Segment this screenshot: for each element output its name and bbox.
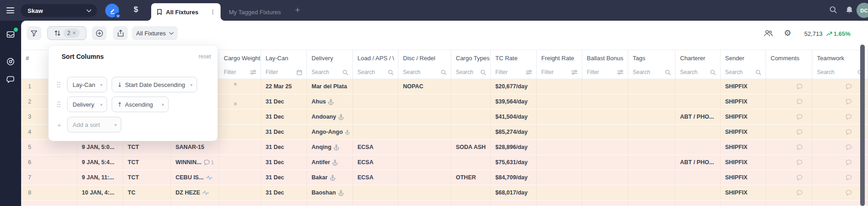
- column-header-disc[interactable]: Disc / Redel: [398, 50, 451, 66]
- comment-bubble-icon[interactable]: [796, 129, 803, 135]
- comment-bubble-icon[interactable]: [845, 144, 852, 150]
- filter-teamwork[interactable]: Search: [812, 65, 868, 79]
- sort-direction-select[interactable]: ↓ Start Date Descending ▾: [112, 77, 197, 92]
- comment-bubble-icon[interactable]: [845, 129, 852, 135]
- comment-bubble-icon[interactable]: [796, 144, 803, 150]
- cell-teamwork[interactable]: [812, 109, 868, 124]
- table-row[interactable]: 79 JAN, 11:...TCTCEBU IS...31 DecBakarEC…: [21, 170, 868, 185]
- comment-bubble-icon[interactable]: [796, 83, 803, 90]
- sort-field-select[interactable]: Lay-Can ▾: [67, 77, 107, 92]
- cell-num: 5: [21, 140, 77, 154]
- column-header-laycan[interactable]: Lay-Can: [261, 50, 307, 66]
- column-header-charterer[interactable]: Charterer: [675, 50, 720, 66]
- people-icon[interactable]: [764, 29, 773, 37]
- table-row[interactable]: 69 JAN, 5:4...TCTWINNIN...131 DecAntifer…: [21, 155, 868, 170]
- filter-button[interactable]: [27, 26, 41, 40]
- add-fixture-button[interactable]: [92, 26, 107, 40]
- column-header-teamwork[interactable]: Teamwork: [812, 50, 868, 66]
- filter-laycan[interactable]: Filter: [261, 65, 307, 79]
- column-header-comments[interactable]: Comments: [766, 50, 812, 66]
- search-icon[interactable]: [829, 6, 837, 14]
- column-header-ballast[interactable]: Ballast Bonus: [582, 50, 628, 66]
- cell-teamwork[interactable]: [812, 170, 868, 185]
- cell-teamwork[interactable]: [812, 125, 868, 139]
- column-header-tags[interactable]: Tags: [628, 50, 675, 66]
- remove-sort-button[interactable]: ×: [233, 80, 237, 88]
- comment-bubble-icon[interactable]: [845, 159, 852, 166]
- cell-comments[interactable]: [766, 125, 812, 139]
- dollar-icon[interactable]: $: [134, 5, 138, 14]
- workspace-selector[interactable]: Skaw: [21, 4, 97, 17]
- filter-tc[interactable]: Filter: [491, 65, 537, 79]
- radar-nav-item[interactable]: [0, 57, 21, 67]
- cell-comments[interactable]: [766, 79, 812, 94]
- view-selector[interactable]: All Fixtures: [132, 26, 178, 40]
- cell-teamwork[interactable]: [812, 140, 868, 154]
- comment-bubble-icon[interactable]: [845, 174, 852, 181]
- cell-comments[interactable]: [766, 94, 812, 109]
- column-header-freight[interactable]: Freight Rate: [537, 50, 582, 66]
- column-header-cargo_weight[interactable]: Cargo Weight: [219, 50, 261, 66]
- bell-icon[interactable]: [845, 6, 853, 14]
- filter-freight[interactable]: Filter: [537, 65, 582, 79]
- cell-comments[interactable]: [766, 155, 812, 170]
- column-header-delivery[interactable]: Delivery: [307, 50, 353, 66]
- table-row-partial[interactable]: [21, 200, 868, 206]
- filter-charterer[interactable]: Search: [675, 65, 720, 79]
- comment-bubble-icon[interactable]: [845, 98, 852, 105]
- sort-button[interactable]: 2 ×: [47, 26, 86, 40]
- tab-menu-icon[interactable]: ⋮: [205, 8, 216, 16]
- column-header-tc[interactable]: TC Rate: [491, 50, 537, 66]
- menu-icon[interactable]: [6, 7, 14, 13]
- remove-sort-button[interactable]: ×: [233, 100, 237, 108]
- column-header-load[interactable]: Load / APS / \: [353, 50, 398, 66]
- compose-button[interactable]: [105, 4, 119, 17]
- add-sort-select[interactable]: Add a sort ▾: [67, 117, 121, 132]
- sort-direction-select[interactable]: ↑ Ascending ▾: [112, 97, 169, 112]
- filter-sender[interactable]: Search: [720, 65, 766, 79]
- filter-cargo_weight[interactable]: Filter: [219, 65, 261, 79]
- cell-comments[interactable]: [766, 185, 812, 200]
- column-header-cargo[interactable]: Cargo Types: [451, 50, 491, 66]
- comment-bubble-icon[interactable]: [796, 114, 803, 120]
- filter-load[interactable]: Search: [353, 65, 398, 79]
- comment-bubble-icon[interactable]: [796, 98, 803, 105]
- tab-all-fixtures[interactable]: All Fixtures ⋮: [151, 3, 221, 21]
- clear-sorts-icon[interactable]: ×: [73, 30, 76, 36]
- comment-bubble-icon[interactable]: [796, 174, 803, 181]
- cell-comments[interactable]: [766, 109, 812, 124]
- cell-teamwork[interactable]: [812, 185, 868, 200]
- filter-delivery[interactable]: Search: [307, 65, 353, 79]
- export-button[interactable]: [113, 26, 128, 40]
- drag-handle-icon[interactable]: [57, 101, 62, 108]
- column-header-sender[interactable]: Sender: [720, 50, 766, 66]
- cell-comments[interactable]: [766, 170, 812, 185]
- drag-handle-icon[interactable]: [57, 81, 62, 88]
- filter-cargo[interactable]: Search: [451, 65, 491, 79]
- comment-bubble-icon[interactable]: [796, 189, 803, 196]
- cell-teamwork[interactable]: [812, 79, 868, 94]
- chat-nav-item[interactable]: [0, 74, 21, 85]
- filter-disc[interactable]: Search: [398, 65, 451, 79]
- vessel-comment-count[interactable]: 1: [204, 159, 214, 166]
- table-row[interactable]: 59 JAN, 5:0...TCTSANAR-1531 DecAnqingECS…: [21, 140, 868, 155]
- comment-bubble-icon[interactable]: [845, 189, 852, 196]
- table-row[interactable]: 810 JAN, 4:...TCDZ HEZE31 DecBaoshan$68,…: [21, 185, 868, 200]
- tab-my-tagged-fixtures[interactable]: My Tagged Fixtures: [223, 3, 286, 21]
- sort-field-select[interactable]: Delivery ▾: [67, 97, 107, 112]
- comment-bubble-icon[interactable]: [796, 159, 803, 166]
- vertical-scrollbar[interactable]: [860, 45, 865, 206]
- user-avatar[interactable]: DC: [857, 3, 868, 18]
- reset-sorts-link[interactable]: reset: [199, 53, 211, 60]
- filter-ballast[interactable]: Filter: [582, 65, 628, 79]
- cell-laycan: 31 Dec: [261, 140, 307, 154]
- cell-teamwork[interactable]: [812, 155, 868, 170]
- cell-comments[interactable]: [766, 140, 812, 154]
- comment-bubble-icon[interactable]: [845, 83, 852, 90]
- cell-teamwork[interactable]: [812, 94, 868, 109]
- inbox-nav-item[interactable]: [0, 29, 21, 40]
- comment-bubble-icon[interactable]: [845, 114, 852, 120]
- comment-bubble-icon[interactable]: [204, 159, 210, 166]
- add-tab-button[interactable]: +: [295, 5, 300, 15]
- filter-tags[interactable]: Search: [628, 65, 675, 79]
